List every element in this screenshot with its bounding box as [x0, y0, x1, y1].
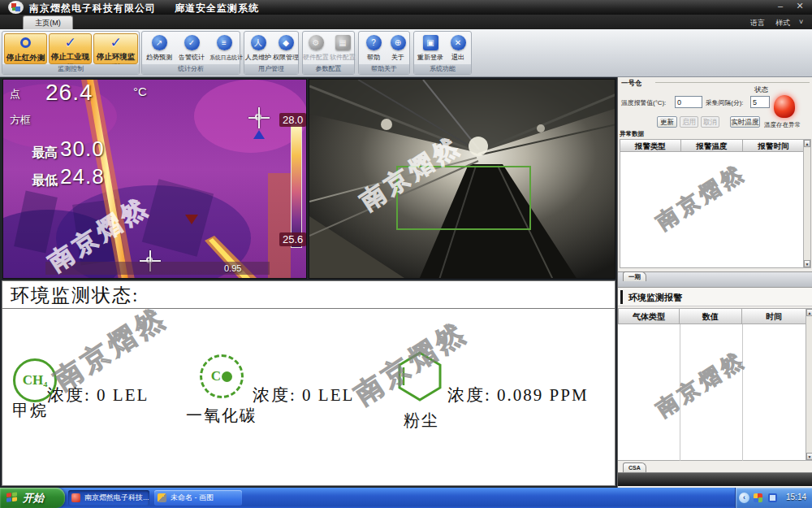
group-label: 参数配置	[303, 64, 354, 74]
stop-industrial-view-button[interactable]: ✓ 停止工业现场	[49, 33, 92, 64]
scale-high-badge: 28.0	[279, 113, 306, 127]
status-label: 状态	[754, 85, 768, 95]
tab-home[interactable]: 主页(M)	[23, 15, 73, 29]
scroll-down-icon[interactable]: ▼	[806, 453, 812, 460]
env-alarm-table-header: 气体类型 数值 时间	[618, 308, 806, 324]
tray-app-icon[interactable]	[754, 493, 762, 502]
spot-label: 点	[10, 87, 20, 102]
gas-reading: 浓度: 0.089 PPM	[447, 384, 589, 406]
software-config-button: ▦ 软件配置	[326, 35, 359, 62]
exit-button[interactable]: ✕ 退出	[442, 35, 474, 62]
menu-language[interactable]: 语言	[750, 18, 765, 28]
taskbar-task-app[interactable]: 南京熠然电子科技...	[68, 490, 149, 506]
ribbon-group-statistics: ↗ 趋势预测 ✓ 告警统计 ≡ 系统日志统计 统计分析	[141, 31, 240, 75]
close-button[interactable]: ✕	[793, 1, 807, 12]
start-button[interactable]: 开始	[0, 488, 65, 508]
column-header[interactable]: 报警温度	[681, 139, 743, 152]
minimize-button[interactable]: –	[773, 1, 788, 12]
scroll-up-icon[interactable]: ▲	[806, 309, 812, 316]
unit-label: °C	[133, 85, 147, 98]
stop-env-monitor-button[interactable]: ✓ 停止环境监测	[93, 33, 138, 64]
chevron-down-icon[interactable]: ˅	[799, 18, 803, 26]
box-label: 方框	[10, 113, 31, 128]
gear-icon: ⚙	[309, 35, 324, 50]
abnormal-data-label: 异常数据	[620, 130, 644, 138]
gas-reading: 浓度: 0 LEL	[253, 384, 354, 406]
permission-management-button[interactable]: ◆ 权限管理	[270, 35, 302, 62]
tray-clock: 15:14	[786, 493, 806, 501]
column-header[interactable]: 数值	[680, 308, 742, 324]
taskbar: 开始 南京熠然电子科技... 未命名 - 画图 ‹ 15:14	[0, 488, 812, 508]
title-bar: 南京熠然电子科技有限公司 廊道安全监测系统 – ✕	[0, 0, 812, 15]
taskbar-task-paint[interactable]: 未命名 - 画图	[154, 490, 242, 506]
detection-roi-rectangle[interactable]	[396, 166, 531, 230]
globe-icon: ⊕	[391, 35, 406, 50]
column-header[interactable]: 报警时间	[743, 139, 805, 152]
system-log-stats-button[interactable]: ≡ 系统日志统计	[207, 35, 241, 62]
ribbon-group-monitor-control: 停止红外测温 ✓ 停止工业现场 ✓ 停止环境监测 监测控制	[2, 31, 140, 75]
abnormal-table-scrollbar[interactable]: ▲ ▼	[803, 139, 811, 268]
marker-triangle-icon	[253, 130, 265, 139]
min-temperature: 24.8	[60, 164, 105, 189]
env-alarm-header: 环境监测报警	[618, 287, 812, 306]
env-status-title: 环境监测状态:	[11, 283, 139, 308]
trend-icon: ↗	[152, 35, 167, 50]
system-title: 廊道安全监测系统	[175, 2, 259, 15]
lamp-status-text: 温度存在异常	[764, 121, 801, 129]
dust-hexagon-icon	[396, 350, 443, 402]
ribbon-group-user-management: 人 人员维护 ◆ 权限管理 用户管理	[244, 31, 299, 75]
start-label: 开始	[23, 491, 44, 506]
env-alarm-table-scrollbar[interactable]: ▲ ▼	[806, 308, 812, 461]
ribbon-tab-row: 主页(M) 语言 样式 ˅	[0, 15, 812, 29]
marker-triangle-icon	[185, 215, 198, 224]
enable-button: 启用	[680, 116, 698, 128]
tray-display-icon[interactable]	[768, 493, 777, 502]
group-label: 监测控制	[2, 64, 139, 74]
industrial-camera-view: 南京熠然	[309, 79, 615, 279]
ribbon-group-help-about: ? 帮助 ⊕ 关于 帮助关于	[358, 31, 410, 75]
thermal-marker-high[interactable]	[248, 107, 270, 128]
gas-reading: 浓度: 0 LEL	[47, 384, 149, 406]
about-button[interactable]: ⊕ 关于	[382, 35, 414, 62]
menu-style[interactable]: 样式	[775, 18, 790, 28]
company-title: 南京熠然电子科技有限公司	[29, 2, 156, 15]
tab-csa[interactable]: CSA	[623, 462, 646, 472]
spot-temperature: 26.4	[45, 80, 93, 106]
carbon-monoxide-icon: C	[200, 354, 244, 398]
scroll-down-icon[interactable]: ▼	[804, 260, 810, 267]
gas-name: 一氧化碳	[186, 405, 257, 427]
group-label: 系统功能	[414, 64, 471, 74]
scroll-up-icon[interactable]: ▲	[804, 140, 810, 147]
max-label: 最高	[32, 145, 58, 162]
realtime-temp-button[interactable]: 实时温度	[730, 116, 760, 128]
tab-phase-one[interactable]: 一期	[623, 271, 646, 281]
trend-forecast-button[interactable]: ↗ 趋势预测	[143, 35, 175, 62]
tray-collapse-icon[interactable]: ‹	[739, 493, 749, 503]
checkmark-icon: ✓	[110, 37, 121, 50]
env-status-panel: 环境监测状态: CH₄ 甲烷 浓度: 0 LEL C 一氧化碳 浓度: 0 LE…	[2, 280, 615, 486]
group-label: 用户管理	[244, 64, 298, 74]
key-icon: ◆	[279, 35, 294, 50]
person-icon: 人	[251, 35, 266, 50]
column-header[interactable]: 报警类型	[620, 139, 681, 152]
ribbon-group-parameter-config: ⚙ 硬件配置 ▦ 软件配置 参数配置	[302, 31, 355, 75]
column-header[interactable]: 气体类型	[618, 308, 680, 324]
temp-alarm-input[interactable]	[675, 96, 702, 108]
paint-task-icon	[158, 493, 166, 502]
panel-status-bar	[618, 472, 812, 486]
temp-alarm-label: 温度报警值(°C):	[621, 98, 666, 107]
interval-input[interactable]	[750, 96, 770, 108]
update-button[interactable]: 更新	[657, 116, 677, 128]
abnormal-table-body	[620, 152, 805, 268]
thermal-camera-view: 点 26.4 °C 方框 最高 30.0 最低 24.8 28.0 25.6 0…	[2, 79, 307, 279]
window-icon: ▣	[423, 35, 438, 50]
alarm-stats-button[interactable]: ✓ 告警统计	[175, 35, 208, 62]
interval-label: 采集间隔(分):	[706, 98, 743, 107]
column-header[interactable]: 时间	[742, 308, 806, 324]
ribbon-toolbar: 停止红外测温 ✓ 停止工业现场 ✓ 停止环境监测 监测控制 ↗ 趋势预测 ✓ 告…	[0, 29, 812, 77]
x-icon: ✕	[451, 35, 466, 50]
checkmark-icon: ✓	[64, 37, 76, 50]
phase-tab-strip	[618, 271, 812, 287]
abnormal-table-header: 报警类型 报警温度 报警时间	[620, 139, 805, 152]
stop-ir-temp-button[interactable]: 停止红外测温	[4, 33, 47, 64]
